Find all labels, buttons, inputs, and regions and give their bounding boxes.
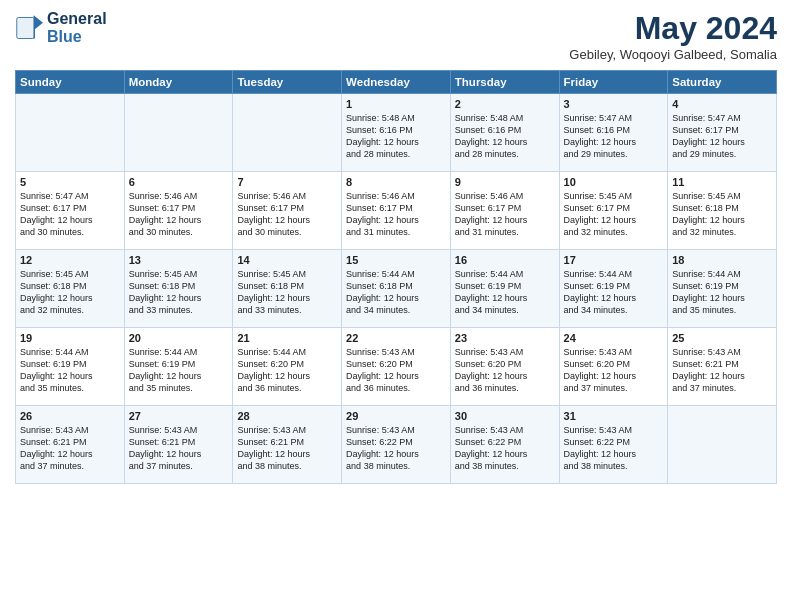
day-detail: Sunrise: 5:43 AM Sunset: 6:20 PM Dayligh… [564, 346, 664, 395]
day-number: 22 [346, 332, 446, 344]
day-number: 30 [455, 410, 555, 422]
calendar-table: SundayMondayTuesdayWednesdayThursdayFrid… [15, 70, 777, 484]
week-row-2: 5Sunrise: 5:47 AM Sunset: 6:17 PM Daylig… [16, 172, 777, 250]
day-cell-6: 6Sunrise: 5:46 AM Sunset: 6:17 PM Daylig… [124, 172, 233, 250]
day-detail: Sunrise: 5:47 AM Sunset: 6:16 PM Dayligh… [564, 112, 664, 161]
day-number: 29 [346, 410, 446, 422]
day-cell-29: 29Sunrise: 5:43 AM Sunset: 6:22 PM Dayli… [342, 406, 451, 484]
week-row-1: 1Sunrise: 5:48 AM Sunset: 6:16 PM Daylig… [16, 94, 777, 172]
day-number: 18 [672, 254, 772, 266]
day-detail: Sunrise: 5:44 AM Sunset: 6:19 PM Dayligh… [20, 346, 120, 395]
day-cell-22: 22Sunrise: 5:43 AM Sunset: 6:20 PM Dayli… [342, 328, 451, 406]
day-cell-3: 3Sunrise: 5:47 AM Sunset: 6:16 PM Daylig… [559, 94, 668, 172]
day-cell-15: 15Sunrise: 5:44 AM Sunset: 6:18 PM Dayli… [342, 250, 451, 328]
day-detail: Sunrise: 5:48 AM Sunset: 6:16 PM Dayligh… [346, 112, 446, 161]
main-title: May 2024 [569, 10, 777, 47]
day-cell-16: 16Sunrise: 5:44 AM Sunset: 6:19 PM Dayli… [450, 250, 559, 328]
day-cell-empty-4-6 [668, 406, 777, 484]
day-number: 24 [564, 332, 664, 344]
day-cell-30: 30Sunrise: 5:43 AM Sunset: 6:22 PM Dayli… [450, 406, 559, 484]
day-number: 14 [237, 254, 337, 266]
day-cell-empty-0-1 [124, 94, 233, 172]
day-number: 6 [129, 176, 229, 188]
day-number: 16 [455, 254, 555, 266]
day-cell-28: 28Sunrise: 5:43 AM Sunset: 6:21 PM Dayli… [233, 406, 342, 484]
day-detail: Sunrise: 5:44 AM Sunset: 6:20 PM Dayligh… [237, 346, 337, 395]
weekday-header-monday: Monday [124, 71, 233, 94]
day-cell-23: 23Sunrise: 5:43 AM Sunset: 6:20 PM Dayli… [450, 328, 559, 406]
day-cell-13: 13Sunrise: 5:45 AM Sunset: 6:18 PM Dayli… [124, 250, 233, 328]
day-detail: Sunrise: 5:43 AM Sunset: 6:21 PM Dayligh… [20, 424, 120, 473]
day-number: 20 [129, 332, 229, 344]
day-detail: Sunrise: 5:44 AM Sunset: 6:18 PM Dayligh… [346, 268, 446, 317]
day-detail: Sunrise: 5:45 AM Sunset: 6:18 PM Dayligh… [129, 268, 229, 317]
logo: General Blue [15, 10, 107, 45]
day-detail: Sunrise: 5:45 AM Sunset: 6:18 PM Dayligh… [672, 190, 772, 239]
day-detail: Sunrise: 5:46 AM Sunset: 6:17 PM Dayligh… [129, 190, 229, 239]
day-cell-25: 25Sunrise: 5:43 AM Sunset: 6:21 PM Dayli… [668, 328, 777, 406]
day-detail: Sunrise: 5:43 AM Sunset: 6:22 PM Dayligh… [455, 424, 555, 473]
day-number: 4 [672, 98, 772, 110]
day-number: 3 [564, 98, 664, 110]
week-row-3: 12Sunrise: 5:45 AM Sunset: 6:18 PM Dayli… [16, 250, 777, 328]
day-cell-1: 1Sunrise: 5:48 AM Sunset: 6:16 PM Daylig… [342, 94, 451, 172]
day-detail: Sunrise: 5:45 AM Sunset: 6:17 PM Dayligh… [564, 190, 664, 239]
day-cell-20: 20Sunrise: 5:44 AM Sunset: 6:19 PM Dayli… [124, 328, 233, 406]
day-detail: Sunrise: 5:48 AM Sunset: 6:16 PM Dayligh… [455, 112, 555, 161]
day-number: 5 [20, 176, 120, 188]
logo-line1: General [47, 10, 107, 27]
day-cell-empty-0-2 [233, 94, 342, 172]
day-cell-24: 24Sunrise: 5:43 AM Sunset: 6:20 PM Dayli… [559, 328, 668, 406]
day-detail: Sunrise: 5:47 AM Sunset: 6:17 PM Dayligh… [672, 112, 772, 161]
day-number: 31 [564, 410, 664, 422]
day-number: 27 [129, 410, 229, 422]
weekday-header-friday: Friday [559, 71, 668, 94]
day-cell-18: 18Sunrise: 5:44 AM Sunset: 6:19 PM Dayli… [668, 250, 777, 328]
day-cell-21: 21Sunrise: 5:44 AM Sunset: 6:20 PM Dayli… [233, 328, 342, 406]
day-detail: Sunrise: 5:44 AM Sunset: 6:19 PM Dayligh… [455, 268, 555, 317]
logo-line2: Blue [47, 28, 82, 45]
weekday-header-wednesday: Wednesday [342, 71, 451, 94]
day-detail: Sunrise: 5:46 AM Sunset: 6:17 PM Dayligh… [455, 190, 555, 239]
weekday-header-thursday: Thursday [450, 71, 559, 94]
day-detail: Sunrise: 5:43 AM Sunset: 6:20 PM Dayligh… [346, 346, 446, 395]
day-detail: Sunrise: 5:45 AM Sunset: 6:18 PM Dayligh… [237, 268, 337, 317]
day-cell-9: 9Sunrise: 5:46 AM Sunset: 6:17 PM Daylig… [450, 172, 559, 250]
day-detail: Sunrise: 5:47 AM Sunset: 6:17 PM Dayligh… [20, 190, 120, 239]
day-number: 10 [564, 176, 664, 188]
title-block: May 2024 Gebiley, Woqooyi Galbeed, Somal… [569, 10, 777, 62]
day-number: 13 [129, 254, 229, 266]
day-number: 17 [564, 254, 664, 266]
day-cell-17: 17Sunrise: 5:44 AM Sunset: 6:19 PM Dayli… [559, 250, 668, 328]
day-detail: Sunrise: 5:44 AM Sunset: 6:19 PM Dayligh… [564, 268, 664, 317]
day-cell-27: 27Sunrise: 5:43 AM Sunset: 6:21 PM Dayli… [124, 406, 233, 484]
day-number: 9 [455, 176, 555, 188]
day-number: 8 [346, 176, 446, 188]
day-detail: Sunrise: 5:46 AM Sunset: 6:17 PM Dayligh… [237, 190, 337, 239]
calendar-page: General Blue May 2024 Gebiley, Woqooyi G… [0, 0, 792, 612]
day-number: 19 [20, 332, 120, 344]
svg-rect-1 [17, 17, 35, 38]
day-cell-2: 2Sunrise: 5:48 AM Sunset: 6:16 PM Daylig… [450, 94, 559, 172]
weekday-header-row: SundayMondayTuesdayWednesdayThursdayFrid… [16, 71, 777, 94]
day-cell-14: 14Sunrise: 5:45 AM Sunset: 6:18 PM Dayli… [233, 250, 342, 328]
day-detail: Sunrise: 5:43 AM Sunset: 6:20 PM Dayligh… [455, 346, 555, 395]
day-cell-4: 4Sunrise: 5:47 AM Sunset: 6:17 PM Daylig… [668, 94, 777, 172]
weekday-header-tuesday: Tuesday [233, 71, 342, 94]
day-detail: Sunrise: 5:46 AM Sunset: 6:17 PM Dayligh… [346, 190, 446, 239]
logo-icon [15, 14, 43, 42]
day-cell-8: 8Sunrise: 5:46 AM Sunset: 6:17 PM Daylig… [342, 172, 451, 250]
svg-marker-2 [34, 15, 43, 29]
day-detail: Sunrise: 5:44 AM Sunset: 6:19 PM Dayligh… [129, 346, 229, 395]
day-detail: Sunrise: 5:43 AM Sunset: 6:22 PM Dayligh… [346, 424, 446, 473]
day-number: 12 [20, 254, 120, 266]
day-number: 1 [346, 98, 446, 110]
day-detail: Sunrise: 5:45 AM Sunset: 6:18 PM Dayligh… [20, 268, 120, 317]
weekday-header-saturday: Saturday [668, 71, 777, 94]
day-number: 2 [455, 98, 555, 110]
week-row-4: 19Sunrise: 5:44 AM Sunset: 6:19 PM Dayli… [16, 328, 777, 406]
subtitle: Gebiley, Woqooyi Galbeed, Somalia [569, 47, 777, 62]
header: General Blue May 2024 Gebiley, Woqooyi G… [15, 10, 777, 62]
day-number: 28 [237, 410, 337, 422]
day-cell-26: 26Sunrise: 5:43 AM Sunset: 6:21 PM Dayli… [16, 406, 125, 484]
